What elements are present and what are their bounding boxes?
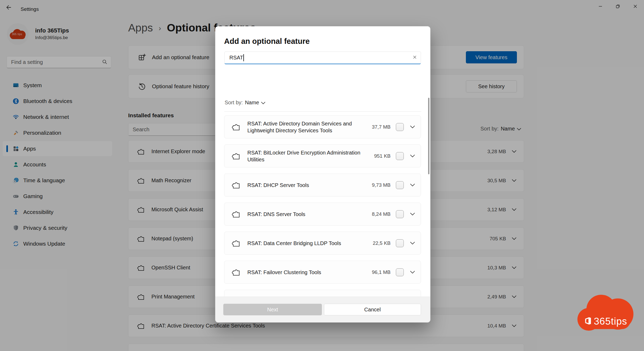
feature-size: 37,7 MB	[364, 124, 391, 130]
feature-checkbox[interactable]	[396, 123, 404, 131]
chevron-down-icon[interactable]	[410, 125, 415, 128]
chevron-down-icon[interactable]	[410, 271, 415, 274]
puzzle-icon	[232, 268, 241, 277]
dialog-sort-control[interactable]: Sort by: Name	[225, 100, 265, 106]
puzzle-icon	[232, 210, 241, 219]
optional-feature-item[interactable]: RSAT: Active Directory Domain Services a…	[224, 115, 421, 138]
chevron-down-icon[interactable]	[410, 242, 415, 245]
365tips-watermark: 365tips	[577, 294, 633, 331]
feature-name: RSAT: BitLocker Drive Encryption Adminis…	[247, 149, 364, 163]
next-button[interactable]: Next	[223, 304, 322, 315]
feature-name: RSAT: Active Directory Domain Services a…	[247, 120, 364, 134]
feature-size: 8,24 MB	[364, 211, 391, 217]
office-logo-icon	[584, 316, 592, 327]
puzzle-icon	[232, 123, 241, 132]
cancel-button[interactable]: Cancel	[324, 304, 421, 315]
feature-checkbox[interactable]	[396, 181, 404, 189]
feature-size: 9,73 MB	[364, 182, 391, 188]
feature-name: RSAT: Data Center Bridging LLDP Tools	[247, 240, 364, 247]
sort-by-value: Name	[245, 100, 259, 106]
feature-name: RSAT: DNS Server Tools	[247, 211, 364, 218]
optional-feature-item[interactable]: RSAT: Data Center Bridging LLDP Tools 22…	[224, 232, 421, 255]
optional-feature-item[interactable]: RSAT: DNS Server Tools 8,24 MB	[224, 203, 421, 226]
dialog-search-value: RSAT	[229, 55, 243, 61]
chevron-down-icon	[261, 100, 265, 106]
dialog-title: Add an optional feature	[224, 37, 310, 46]
divider	[224, 111, 421, 112]
dialog-footer: Next Cancel	[215, 297, 430, 322]
feature-name: RSAT: Failover Clustering Tools	[247, 269, 364, 276]
dialog-search-input[interactable]: RSAT	[224, 52, 421, 64]
feature-checkbox[interactable]	[396, 268, 404, 276]
optional-feature-item[interactable]: RSAT: Failover Clustering Tools 96,1 MB	[224, 261, 421, 284]
text-caret	[243, 54, 244, 61]
clear-search-icon[interactable]	[413, 55, 417, 60]
dialog-feature-list: RSAT: Active Directory Domain Services a…	[224, 114, 422, 320]
sort-by-label: Sort by:	[225, 100, 243, 106]
optional-feature-item[interactable]: RSAT: BitLocker Drive Encryption Adminis…	[224, 144, 421, 167]
feature-checkbox[interactable]	[396, 210, 404, 218]
feature-size: 951 KB	[364, 153, 391, 159]
puzzle-icon	[232, 181, 241, 190]
watermark-text: 365tips	[594, 316, 627, 327]
chevron-down-icon[interactable]	[410, 155, 415, 157]
optional-feature-item[interactable]: RSAT: DHCP Server Tools 9,73 MB	[224, 174, 421, 196]
feature-checkbox[interactable]	[396, 152, 404, 160]
add-optional-feature-dialog: Add an optional feature RSAT Sort by: Na…	[215, 26, 430, 322]
feature-size: 96,1 MB	[364, 269, 391, 275]
chevron-down-icon[interactable]	[410, 213, 415, 216]
puzzle-icon	[232, 152, 241, 161]
dialog-scrollbar[interactable]	[428, 98, 429, 174]
puzzle-icon	[232, 239, 241, 248]
feature-size: 22,5 KB	[364, 240, 391, 246]
settings-window: Settings 365 tips info 365Tips Info@365t…	[0, 0, 644, 351]
feature-checkbox[interactable]	[396, 239, 404, 247]
feature-name: RSAT: DHCP Server Tools	[247, 182, 364, 189]
chevron-down-icon[interactable]	[410, 184, 415, 186]
